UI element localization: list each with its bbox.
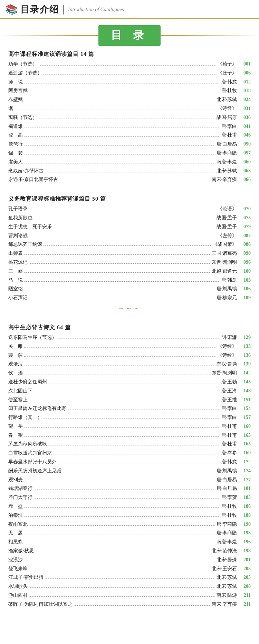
- toc-item-author: 《庄子》: [218, 69, 237, 77]
- toc-item-author: 唐·杜牧: [221, 502, 237, 511]
- table-row: 无 题唐·李商隐193: [8, 529, 251, 537]
- header-divider: [63, 5, 64, 14]
- table-row: 登 高唐·杜甫046: [8, 131, 251, 139]
- table-row: 白雪歌送武判官归京唐·岑参169: [8, 449, 251, 457]
- toc-dots: [29, 92, 220, 92]
- toc-item-name: 夜雨寄北: [8, 520, 28, 529]
- toc-item-page: 012: [240, 78, 251, 86]
- toc-item-author: 北宋·晏殊: [217, 556, 237, 564]
- toc-item-page: 133: [240, 342, 251, 351]
- toc-item-name: 孔子语录: [8, 205, 28, 213]
- toc-item-author: 《诗经》: [218, 342, 237, 351]
- table-row: 锦 瑟唐·李商隐057: [8, 149, 251, 157]
- toc-item-name: 小石潭记: [8, 294, 28, 302]
- toc-item-name: 望 岳: [8, 422, 23, 431]
- toc-dots: [24, 365, 215, 365]
- toc-dots: [24, 356, 216, 357]
- toc-dots: [24, 145, 215, 145]
- table-row: 春 望唐·杜甫163: [8, 431, 251, 440]
- toc-item-author: 唐·韩愈: [221, 458, 237, 466]
- toc-item-author: 唐·王维: [221, 396, 237, 404]
- toc-item-name: 锦 瑟: [8, 149, 23, 157]
- table-row: 观刈麦唐·白居易177: [8, 476, 251, 484]
- toc-item-author: 唐·李商隐: [217, 149, 237, 157]
- toc-dots: [24, 163, 215, 163]
- toc-item-author: 唐·白居易: [217, 476, 237, 484]
- toc-dots: [34, 219, 215, 219]
- toc-item-author: 唐·李贺: [221, 493, 237, 502]
- toc-item-page: 186: [240, 502, 251, 511]
- toc-dots: [45, 172, 215, 172]
- toc-item-page: 151: [240, 396, 251, 404]
- toc-item-name: 观刈麦: [8, 476, 23, 484]
- toc-item-page: 096: [240, 258, 251, 266]
- toc-item-author: 战国·孟子: [217, 223, 237, 231]
- section-title-2: 义务教育课程标准推荐背诵篇目 50 篇: [8, 195, 251, 203]
- table-row: 早春呈水部张十八员外唐·韩愈172: [8, 458, 251, 466]
- toc-item-author: 三国·诸葛亮: [212, 249, 237, 258]
- table-row: 念奴娇·赤壁怀古北宋·苏轼063: [8, 167, 251, 175]
- toc-dots: [48, 383, 220, 383]
- table-row: 氓《诗经》031: [8, 104, 251, 113]
- table-row: 钱塘湖春行唐·白居易181: [8, 484, 251, 493]
- table-row: 江城子·密州出猎北宋·苏轼205: [8, 573, 251, 582]
- toc-item-page: 177: [240, 476, 251, 484]
- toc-item-name: 茅屋为秋风所破歌: [8, 440, 47, 448]
- table-row: 破阵子·为陈同甫赋壮词以寄之南宋·辛弃疾211: [8, 600, 251, 608]
- toc-item-author: 明·宋濂: [221, 333, 237, 342]
- toc-item-name: 酬乐天扬州初逢席上见赠: [8, 467, 61, 475]
- toc-item-author: 唐·刘禹锡: [217, 467, 237, 475]
- table-row: 出师表三国·诸葛亮090: [8, 249, 251, 258]
- table-row: 三 峡北魏·郦道元100: [8, 267, 251, 275]
- toc-dots: [24, 374, 210, 374]
- toc-item-page: 046: [240, 131, 251, 139]
- table-row: 渔家傲·秋思北宋·范仲淹198: [8, 547, 251, 555]
- toc-item-page: 181: [240, 484, 251, 493]
- toc-item-name: 渔家傲·秋思: [8, 547, 34, 555]
- toc-dots: [39, 65, 216, 66]
- toc-item-author: 唐·白居易: [217, 140, 237, 148]
- toc-dots: [29, 525, 215, 526]
- toc-dots: [24, 290, 215, 290]
- table-row: 泊秦淮唐·杜牧188: [8, 511, 251, 520]
- toc-dots: [15, 110, 216, 110]
- toc-dots: [24, 436, 220, 437]
- toc-item-author: 唐·岑参: [221, 449, 237, 457]
- toc-item-name: 钱塘湖春行: [8, 484, 32, 493]
- toc-item-name: 春 望: [8, 431, 23, 440]
- toc-dots: [58, 339, 220, 339]
- toc-dots: [34, 490, 215, 490]
- toc-item-name: 观沧海: [8, 360, 23, 368]
- toc-item-page: 169: [240, 449, 251, 457]
- toc-item-page: 036: [240, 113, 251, 122]
- toc-item-page: 070: [240, 205, 251, 213]
- table-row: 邹忌讽齐王纳谏《战国策》086: [8, 240, 251, 249]
- toc-item-author: 《诗经》: [218, 104, 237, 113]
- header-title-en: Introduction of Catalogues: [68, 7, 124, 12]
- toc-item-author: 北魏·郦道元: [212, 267, 237, 275]
- toc-dots: [34, 499, 220, 499]
- table-row: 酬乐天扬州初逢席上见赠唐·刘禹锡174: [8, 467, 251, 475]
- toc-item-author: 《论语》: [218, 205, 237, 213]
- section-title-1: 高中课程标准建议诵读篇目 14 篇: [8, 51, 251, 58]
- table-row: 饮 酒东晋·陶渊明142: [8, 369, 251, 377]
- toc-item-name: 桃花源记: [8, 258, 28, 266]
- toc-item-page: 183: [240, 493, 251, 502]
- table-row: 琵琶行唐·白居易050: [8, 140, 251, 148]
- toc-item-page: 103: [240, 276, 251, 284]
- toc-item-name: 永遇乐·京口北固亭怀古: [8, 175, 58, 184]
- toc-item-name: 师 说: [8, 78, 23, 86]
- toc-item-name: 劝学（节选）: [8, 60, 37, 68]
- toc-item-author: 唐·李白: [221, 413, 237, 422]
- toc-item-page: 174: [240, 467, 251, 475]
- toc-item-name: 马 说: [8, 276, 23, 284]
- toc-dots: [35, 552, 210, 552]
- toc-dots: [44, 419, 220, 419]
- toc-item-name: 闻王昌龄左迁龙标遥有此寄: [8, 404, 66, 413]
- toc-dots: [29, 570, 210, 570]
- toc-item-author: 唐·李商隐: [217, 520, 237, 529]
- toc-dots: [24, 254, 210, 255]
- toc-item-name: 浣溪沙: [8, 556, 23, 564]
- table-row: 闻王昌龄左迁龙标遥有此寄唐·李白154: [8, 404, 251, 413]
- toc-item-author: 南唐·李煜: [217, 158, 237, 166]
